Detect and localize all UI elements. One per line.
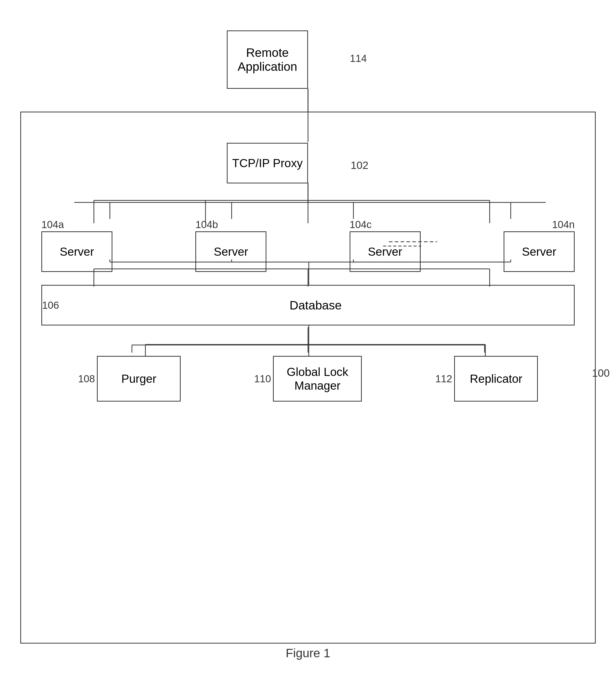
server-n-box: Server: [504, 231, 575, 272]
global-lock-label: Global Lock Manager: [274, 365, 361, 392]
server-a-label: Server: [60, 245, 94, 258]
system-boundary-box: 100 TCP/IP Proxy 102 104a Server 104b Se…: [20, 112, 596, 644]
figure-caption: Figure 1: [286, 646, 330, 660]
database-box: Database 106: [41, 285, 575, 325]
label-104b: 104b: [195, 219, 218, 230]
remote-application-box: Remote Application: [227, 30, 308, 89]
label-104c: 104c: [349, 219, 372, 230]
label-104a: 104a: [41, 219, 64, 230]
replicator-label: Replicator: [470, 372, 522, 385]
label-114: 114: [350, 53, 367, 64]
tcpip-label: TCP/IP Proxy: [232, 156, 303, 170]
server-row: 104a Server 104b Server 104c Server: [41, 219, 575, 264]
server-c-label: Server: [368, 245, 402, 258]
label-102: 102: [350, 159, 369, 172]
label-108: 108: [78, 373, 95, 384]
diagram-container: Remote Application 114 100 TCP/IP Proxy …: [20, 15, 596, 644]
tcpip-proxy-box: TCP/IP Proxy: [227, 143, 308, 184]
label-100: 100: [592, 367, 610, 379]
server-c-box: Server: [349, 231, 421, 272]
database-label: Database: [290, 298, 341, 312]
server-n-label: Server: [522, 245, 556, 258]
remote-application-label: Remote Application: [228, 46, 307, 74]
purger-label: Purger: [121, 372, 156, 385]
label-112: 112: [435, 373, 452, 384]
label-104n: 104n: [552, 219, 575, 230]
label-110: 110: [254, 373, 271, 384]
server-a-box: Server: [41, 231, 112, 272]
replicator-box: Replicator: [454, 356, 538, 402]
label-106: 106: [42, 300, 59, 311]
purger-box: Purger: [97, 356, 181, 402]
server-b-label: Server: [214, 245, 248, 258]
bottom-row: 108 Purger 110 Global Lock Manager 112 R…: [41, 356, 575, 407]
global-lock-box: Global Lock Manager: [273, 356, 362, 402]
server-b-box: Server: [195, 231, 267, 272]
